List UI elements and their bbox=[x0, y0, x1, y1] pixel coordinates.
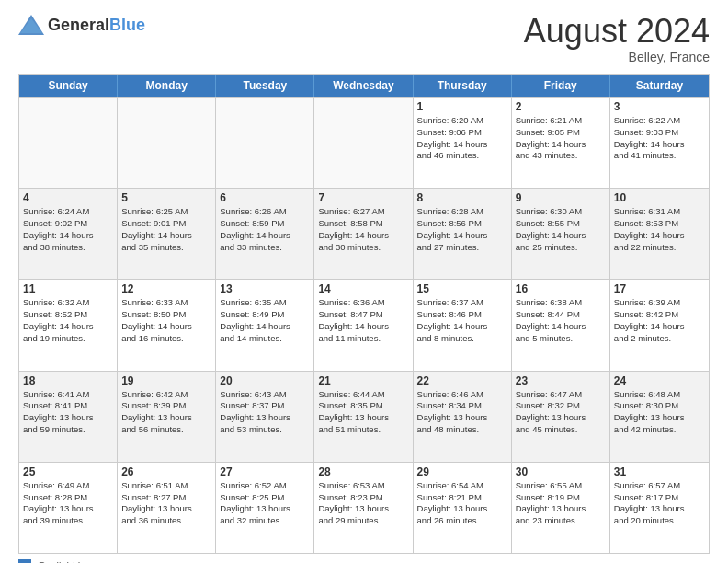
title-section: August 2024 Belley, France bbox=[524, 15, 710, 64]
calendar-cell: 27Sunrise: 6:52 AMSunset: 8:25 PMDayligh… bbox=[216, 463, 314, 553]
cell-info-line: and 43 minutes. bbox=[516, 150, 606, 162]
cell-info-line: Daylight: 13 hours bbox=[417, 412, 507, 424]
logo-general: General bbox=[48, 16, 109, 34]
calendar-cell: 17Sunrise: 6:39 AMSunset: 8:42 PMDayligh… bbox=[610, 280, 709, 370]
day-number: 20 bbox=[220, 374, 310, 387]
cell-info-line: Daylight: 14 hours bbox=[220, 230, 310, 242]
cell-info-line: Daylight: 14 hours bbox=[23, 230, 113, 242]
cell-info-line: Sunset: 9:02 PM bbox=[23, 218, 113, 230]
calendar-cell: 25Sunrise: 6:49 AMSunset: 8:28 PMDayligh… bbox=[19, 463, 118, 553]
cell-info-line: Sunrise: 6:27 AM bbox=[318, 206, 408, 218]
cell-info-line: Daylight: 13 hours bbox=[23, 503, 113, 515]
cell-info-line: Daylight: 14 hours bbox=[516, 139, 606, 151]
cell-info-line: Sunset: 8:52 PM bbox=[23, 309, 113, 321]
cell-info-line: Sunset: 8:46 PM bbox=[417, 309, 507, 321]
cell-info-line: Daylight: 14 hours bbox=[614, 139, 705, 151]
cell-info-line: Sunrise: 6:43 AM bbox=[220, 389, 310, 401]
cell-info-line: Daylight: 13 hours bbox=[23, 412, 113, 424]
day-number: 31 bbox=[614, 465, 705, 478]
cell-info-line: and 59 minutes. bbox=[23, 424, 113, 436]
cell-info-line: Sunrise: 6:37 AM bbox=[417, 297, 507, 309]
calendar-cell: 24Sunrise: 6:48 AMSunset: 8:30 PMDayligh… bbox=[610, 372, 709, 462]
cell-info-line: and 33 minutes. bbox=[220, 242, 310, 254]
calendar-cell: 28Sunrise: 6:53 AMSunset: 8:23 PMDayligh… bbox=[314, 463, 413, 553]
cell-info-line: Sunrise: 6:53 AM bbox=[318, 480, 408, 492]
calendar-cell: 18Sunrise: 6:41 AMSunset: 8:41 PMDayligh… bbox=[19, 372, 118, 462]
cell-info-line: Daylight: 13 hours bbox=[516, 503, 606, 515]
calendar-cell: 14Sunrise: 6:36 AMSunset: 8:47 PMDayligh… bbox=[314, 280, 413, 370]
day-number: 4 bbox=[23, 191, 113, 204]
day-number: 18 bbox=[23, 374, 113, 387]
calendar-cell: 3Sunrise: 6:22 AMSunset: 9:03 PMDaylight… bbox=[610, 98, 709, 188]
cell-info-line: Sunrise: 6:26 AM bbox=[220, 206, 310, 218]
cell-info-line: Sunset: 8:49 PM bbox=[220, 309, 310, 321]
cell-info-line: Daylight: 13 hours bbox=[417, 503, 507, 515]
page: GeneralBlue August 2024 Belley, France S… bbox=[0, 0, 728, 563]
cell-info-line: Daylight: 13 hours bbox=[220, 412, 310, 424]
cell-info-line: Daylight: 14 hours bbox=[417, 230, 507, 242]
cell-info-line: Daylight: 14 hours bbox=[121, 321, 211, 333]
calendar-cell: 4Sunrise: 6:24 AMSunset: 9:02 PMDaylight… bbox=[19, 189, 118, 279]
day-number: 10 bbox=[614, 191, 705, 204]
header: GeneralBlue August 2024 Belley, France bbox=[18, 15, 710, 64]
cell-info-line: Daylight: 13 hours bbox=[318, 412, 408, 424]
cell-info-line: Daylight: 13 hours bbox=[614, 503, 705, 515]
calendar-week-2: 4Sunrise: 6:24 AMSunset: 9:02 PMDaylight… bbox=[19, 188, 709, 279]
day-of-week-thursday: Thursday bbox=[414, 75, 512, 97]
calendar-cell: 20Sunrise: 6:43 AMSunset: 8:37 PMDayligh… bbox=[216, 372, 314, 462]
cell-info-line: Sunrise: 6:38 AM bbox=[516, 297, 606, 309]
cell-info-line: and 35 minutes. bbox=[121, 242, 211, 254]
day-number: 17 bbox=[614, 282, 705, 295]
day-number: 30 bbox=[516, 465, 606, 478]
cell-info-line: Sunset: 8:56 PM bbox=[417, 218, 507, 230]
cell-info-line: and 39 minutes. bbox=[23, 515, 113, 527]
calendar-cell: 7Sunrise: 6:27 AMSunset: 8:58 PMDaylight… bbox=[314, 189, 413, 279]
calendar-cell bbox=[314, 98, 413, 188]
cell-info-line: Daylight: 14 hours bbox=[516, 321, 606, 333]
day-number: 25 bbox=[23, 465, 113, 478]
cell-info-line: and 14 minutes. bbox=[220, 333, 310, 345]
cell-info-line: Sunset: 9:05 PM bbox=[516, 127, 606, 139]
cell-info-line: and 53 minutes. bbox=[220, 424, 310, 436]
cell-info-line: Sunset: 8:23 PM bbox=[318, 492, 408, 504]
cell-info-line: Sunset: 8:41 PM bbox=[23, 400, 113, 412]
cell-info-line: and 19 minutes. bbox=[23, 333, 113, 345]
cell-info-line: Daylight: 14 hours bbox=[220, 321, 310, 333]
cell-info-line: and 41 minutes. bbox=[614, 150, 705, 162]
calendar-cell: 1Sunrise: 6:20 AMSunset: 9:06 PMDaylight… bbox=[414, 98, 512, 188]
cell-info-line: Sunrise: 6:33 AM bbox=[121, 297, 211, 309]
day-number: 28 bbox=[318, 465, 408, 478]
cell-info-line: Sunrise: 6:32 AM bbox=[23, 297, 113, 309]
day-of-week-sunday: Sunday bbox=[19, 75, 118, 97]
cell-info-line: Sunrise: 6:36 AM bbox=[318, 297, 408, 309]
cell-info-line: and 36 minutes. bbox=[121, 515, 211, 527]
day-of-week-saturday: Saturday bbox=[610, 75, 709, 97]
cell-info-line: Daylight: 14 hours bbox=[318, 230, 408, 242]
logo: GeneralBlue bbox=[18, 15, 145, 35]
calendar-cell: 21Sunrise: 6:44 AMSunset: 8:35 PMDayligh… bbox=[314, 372, 413, 462]
day-number: 22 bbox=[417, 374, 507, 387]
cell-info-line: Sunset: 8:21 PM bbox=[417, 492, 507, 504]
cell-info-line: Sunrise: 6:52 AM bbox=[220, 480, 310, 492]
calendar-cell: 9Sunrise: 6:30 AMSunset: 8:55 PMDaylight… bbox=[512, 189, 610, 279]
logo-text: GeneralBlue bbox=[48, 16, 145, 35]
cell-info-line: Sunset: 8:25 PM bbox=[220, 492, 310, 504]
cell-info-line: Sunset: 8:35 PM bbox=[318, 400, 408, 412]
logo-blue: Blue bbox=[109, 16, 145, 34]
cell-info-line: Sunrise: 6:20 AM bbox=[417, 115, 507, 127]
cell-info-line: and 32 minutes. bbox=[220, 515, 310, 527]
calendar: SundayMondayTuesdayWednesdayThursdayFrid… bbox=[18, 74, 710, 554]
day-number: 15 bbox=[417, 282, 507, 295]
cell-info-line: Sunrise: 6:28 AM bbox=[417, 206, 507, 218]
cell-info-line: and 22 minutes. bbox=[614, 242, 705, 254]
cell-info-line: Daylight: 13 hours bbox=[614, 412, 705, 424]
day-number: 13 bbox=[220, 282, 310, 295]
calendar-cell: 2Sunrise: 6:21 AMSunset: 9:05 PMDaylight… bbox=[512, 98, 610, 188]
calendar-cell: 5Sunrise: 6:25 AMSunset: 9:01 PMDaylight… bbox=[118, 189, 216, 279]
cell-info-line: and 25 minutes. bbox=[516, 242, 606, 254]
calendar-cell: 30Sunrise: 6:55 AMSunset: 8:19 PMDayligh… bbox=[512, 463, 610, 553]
calendar-cell: 31Sunrise: 6:57 AMSunset: 8:17 PMDayligh… bbox=[610, 463, 709, 553]
calendar-cell: 22Sunrise: 6:46 AMSunset: 8:34 PMDayligh… bbox=[414, 372, 512, 462]
cell-info-line: and 11 minutes. bbox=[318, 333, 408, 345]
cell-info-line: Sunset: 8:28 PM bbox=[23, 492, 113, 504]
